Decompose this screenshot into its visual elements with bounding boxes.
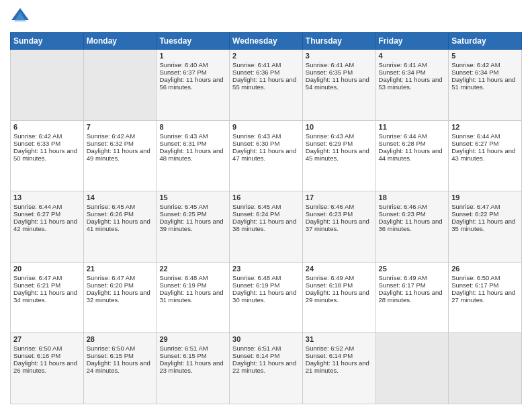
day-number: 29 <box>159 335 226 343</box>
sunset: Sunset: 6:28 PM <box>379 140 446 147</box>
calendar-week-row: 27Sunrise: 6:50 AMSunset: 6:16 PMDayligh… <box>11 333 522 404</box>
daylight: Daylight: 11 hours and 41 minutes. <box>87 218 154 232</box>
sunset: Sunset: 6:23 PM <box>306 210 373 218</box>
calendar-cell: 16Sunrise: 6:45 AMSunset: 6:24 PMDayligh… <box>230 191 303 263</box>
sunrise: Sunrise: 6:40 AM <box>159 61 226 68</box>
day-number: 19 <box>451 193 519 201</box>
day-number: 30 <box>232 335 300 343</box>
sunrise: Sunrise: 6:44 AM <box>379 132 446 140</box>
day-number: 21 <box>87 265 154 273</box>
day-number: 15 <box>159 193 226 201</box>
day-header: Thursday <box>302 33 375 50</box>
sunset: Sunset: 6:16 PM <box>13 352 81 359</box>
sunset: Sunset: 6:31 PM <box>159 140 226 147</box>
day-header: Monday <box>83 33 157 50</box>
sunset: Sunset: 6:26 PM <box>87 210 154 218</box>
sunrise: Sunrise: 6:51 AM <box>232 345 300 352</box>
sunrise: Sunrise: 6:46 AM <box>306 203 373 210</box>
sunrise: Sunrise: 6:46 AM <box>379 203 446 210</box>
calendar-cell: 30Sunrise: 6:51 AMSunset: 6:14 PMDayligh… <box>230 333 303 404</box>
sunset: Sunset: 6:17 PM <box>451 281 519 289</box>
sunset: Sunset: 6:27 PM <box>451 140 519 147</box>
daylight: Daylight: 11 hours and 29 minutes. <box>306 289 373 304</box>
sunrise: Sunrise: 6:52 AM <box>306 345 373 352</box>
day-number: 18 <box>379 193 446 201</box>
daylight: Daylight: 11 hours and 23 minutes. <box>159 359 226 374</box>
daylight: Daylight: 11 hours and 26 minutes. <box>13 359 81 374</box>
sunset: Sunset: 6:35 PM <box>306 68 373 76</box>
sunrise: Sunrise: 6:41 AM <box>232 61 300 68</box>
sunrise: Sunrise: 6:49 AM <box>306 274 373 281</box>
day-number: 3 <box>306 52 373 60</box>
page: SundayMondayTuesdayWednesdayThursdayFrid… <box>0 0 532 411</box>
calendar-cell: 27Sunrise: 6:50 AMSunset: 6:16 PMDayligh… <box>11 333 84 404</box>
sunset: Sunset: 6:14 PM <box>232 352 300 359</box>
sunset: Sunset: 6:37 PM <box>159 68 226 76</box>
daylight: Daylight: 11 hours and 35 minutes. <box>451 218 519 232</box>
calendar-cell: 8Sunrise: 6:43 AMSunset: 6:31 PMDaylight… <box>157 120 230 191</box>
daylight: Daylight: 11 hours and 43 minutes. <box>451 147 519 162</box>
sunset: Sunset: 6:20 PM <box>87 281 154 289</box>
day-number: 28 <box>87 335 154 343</box>
calendar-cell: 19Sunrise: 6:47 AMSunset: 6:22 PMDayligh… <box>449 191 522 263</box>
calendar-cell: 25Sunrise: 6:49 AMSunset: 6:17 PMDayligh… <box>375 262 449 333</box>
calendar-week-row: 20Sunrise: 6:47 AMSunset: 6:21 PMDayligh… <box>11 262 522 333</box>
day-number: 25 <box>379 265 446 273</box>
daylight: Daylight: 11 hours and 28 minutes. <box>379 289 446 304</box>
sunrise: Sunrise: 6:49 AM <box>379 274 446 281</box>
calendar-cell <box>375 333 449 404</box>
day-number: 9 <box>232 123 300 131</box>
sunset: Sunset: 6:21 PM <box>13 281 81 289</box>
sunset: Sunset: 6:15 PM <box>87 352 154 359</box>
calendar-cell: 1Sunrise: 6:40 AMSunset: 6:37 PMDaylight… <box>157 50 230 121</box>
daylight: Daylight: 11 hours and 22 minutes. <box>232 359 300 374</box>
daylight: Daylight: 11 hours and 30 minutes. <box>232 289 300 304</box>
calendar-cell: 9Sunrise: 6:43 AMSunset: 6:30 PMDaylight… <box>230 120 303 191</box>
day-header: Tuesday <box>157 33 230 50</box>
calendar-cell: 14Sunrise: 6:45 AMSunset: 6:26 PMDayligh… <box>83 191 157 263</box>
daylight: Daylight: 11 hours and 54 minutes. <box>306 76 373 91</box>
calendar-cell: 17Sunrise: 6:46 AMSunset: 6:23 PMDayligh… <box>302 191 375 263</box>
sunrise: Sunrise: 6:50 AM <box>451 274 519 281</box>
sunrise: Sunrise: 6:47 AM <box>87 274 154 281</box>
logo <box>10 7 33 27</box>
day-number: 12 <box>451 123 519 131</box>
sunset: Sunset: 6:25 PM <box>159 210 226 218</box>
daylight: Daylight: 11 hours and 42 minutes. <box>13 218 81 232</box>
daylight: Daylight: 11 hours and 51 minutes. <box>451 76 519 91</box>
daylight: Daylight: 11 hours and 50 minutes. <box>13 147 81 162</box>
calendar: SundayMondayTuesdayWednesdayThursdayFrid… <box>10 32 522 404</box>
sunset: Sunset: 6:34 PM <box>451 68 519 76</box>
day-number: 10 <box>306 123 373 131</box>
day-number: 22 <box>159 265 226 273</box>
day-header: Saturday <box>449 33 522 50</box>
sunset: Sunset: 6:29 PM <box>306 140 373 147</box>
sunrise: Sunrise: 6:42 AM <box>13 132 81 140</box>
calendar-week-row: 6Sunrise: 6:42 AMSunset: 6:33 PMDaylight… <box>11 120 522 191</box>
daylight: Daylight: 11 hours and 37 minutes. <box>306 218 373 232</box>
day-number: 24 <box>306 265 373 273</box>
sunrise: Sunrise: 6:51 AM <box>159 345 226 352</box>
daylight: Daylight: 11 hours and 53 minutes. <box>379 76 446 91</box>
calendar-week-row: 1Sunrise: 6:40 AMSunset: 6:37 PMDaylight… <box>11 50 522 121</box>
day-number: 20 <box>13 265 81 273</box>
calendar-cell: 15Sunrise: 6:45 AMSunset: 6:25 PMDayligh… <box>157 191 230 263</box>
sunrise: Sunrise: 6:45 AM <box>159 203 226 210</box>
calendar-header-row: SundayMondayTuesdayWednesdayThursdayFrid… <box>11 33 522 50</box>
sunrise: Sunrise: 6:48 AM <box>159 274 226 281</box>
sunrise: Sunrise: 6:43 AM <box>306 132 373 140</box>
day-number: 27 <box>13 335 81 343</box>
day-number: 14 <box>87 193 154 201</box>
daylight: Daylight: 11 hours and 48 minutes. <box>159 147 226 162</box>
day-header: Wednesday <box>230 33 303 50</box>
calendar-cell: 12Sunrise: 6:44 AMSunset: 6:27 PMDayligh… <box>449 120 522 191</box>
day-number: 2 <box>232 52 300 60</box>
daylight: Daylight: 11 hours and 27 minutes. <box>451 289 519 304</box>
sunset: Sunset: 6:18 PM <box>306 281 373 289</box>
day-number: 16 <box>232 193 300 201</box>
daylight: Daylight: 11 hours and 55 minutes. <box>232 76 300 91</box>
calendar-cell: 23Sunrise: 6:48 AMSunset: 6:19 PMDayligh… <box>230 262 303 333</box>
day-number: 13 <box>13 193 81 201</box>
calendar-cell: 24Sunrise: 6:49 AMSunset: 6:18 PMDayligh… <box>302 262 375 333</box>
sunset: Sunset: 6:23 PM <box>379 210 446 218</box>
